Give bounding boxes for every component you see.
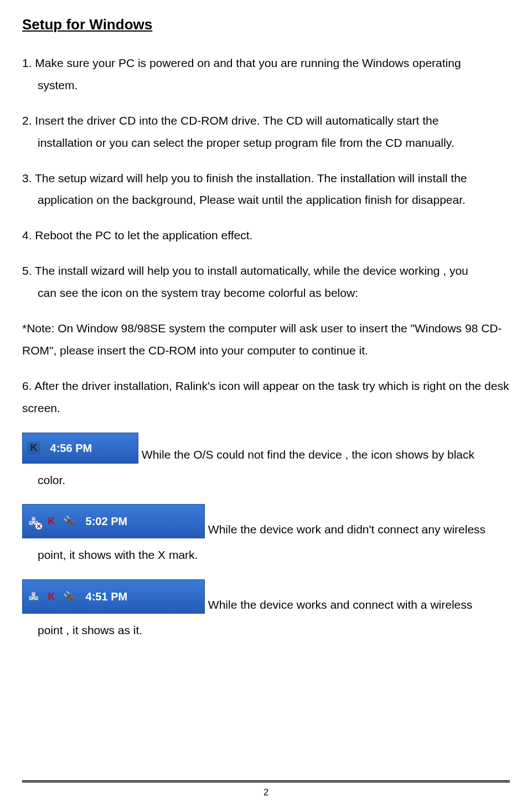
step-5: 5. The install wizard will help you to i… — [22, 260, 510, 304]
step-1-lead: 1. Make sure your PC is powered on and t… — [22, 56, 461, 69]
step-2: 2. Insert the driver CD into the CD-ROM … — [22, 110, 510, 154]
step-3-cont: application on the background, Please wa… — [22, 189, 510, 211]
step-1: 1. Make sure your PC is powered on and t… — [22, 52, 510, 96]
tray-2-caption-cont: point, it shows with the X mark. — [22, 544, 510, 566]
systray-image-connected: 🖧 K 🔌 4:51 PM — [22, 579, 205, 614]
step-3: 3. The setup wizard will help you to fin… — [22, 167, 510, 212]
tray-1-caption-inline: While the O/S could not find the device … — [142, 448, 474, 461]
tray-2-caption-inline: While the device work and didn't connect… — [208, 523, 485, 536]
step-6: 6. After the driver installation, Ralink… — [22, 375, 510, 419]
network-icon-disconnected: 🖧 — [27, 515, 40, 528]
systray-clock: 4:56 PM — [50, 442, 92, 454]
tray-example-3: 🖧 K 🔌 4:51 PM While the device works and… — [22, 579, 510, 641]
tray-example-2: 🖧 K 🔌 5:02 PM While the device work and … — [22, 504, 510, 566]
step-4: 4. Reboot the PC to let the application … — [22, 224, 510, 246]
step-5-cont: can see the icon on the system tray beco… — [22, 282, 510, 304]
systray-clock: 5:02 PM — [86, 515, 128, 527]
ralink-icon-black: K — [27, 441, 40, 455]
network-icon-connected: 🖧 — [27, 590, 40, 603]
ralink-icon-red-x: K — [45, 515, 58, 528]
tray-example-1: K 4:56 PM While the O/S could not find t… — [22, 433, 510, 491]
step-2-lead: 2. Insert the driver CD into the CD-ROM … — [22, 114, 438, 127]
systray-image-black-icon: K 4:56 PM — [22, 433, 138, 464]
note-text: *Note: On Window 98/98SE system the comp… — [22, 317, 510, 362]
systray-image-x-mark: 🖧 K 🔌 5:02 PM — [22, 504, 205, 538]
device-icon: 🔌 — [63, 515, 76, 528]
systray-clock: 4:51 PM — [86, 590, 128, 603]
step-2-cont: installation or you can select the prope… — [22, 132, 510, 154]
tray-1-caption-cont: color. — [22, 469, 510, 491]
ralink-icon-red: K — [45, 590, 58, 603]
device-icon: 🔌 — [63, 590, 76, 603]
page-number: 2 — [0, 786, 532, 799]
page-footer: 2 — [0, 780, 532, 799]
footer-separator — [22, 780, 510, 783]
page-title: Setup for Windows — [22, 14, 510, 35]
tray-3-caption-inline: While the device works and connect with … — [208, 598, 472, 611]
step-5-lead: 5. The install wizard will help you to i… — [22, 264, 468, 277]
tray-3-caption-cont: point , it shows as it. — [22, 619, 510, 641]
step-1-cont: system. — [22, 74, 510, 96]
step-3-lead: 3. The setup wizard will help you to fin… — [22, 172, 467, 184]
